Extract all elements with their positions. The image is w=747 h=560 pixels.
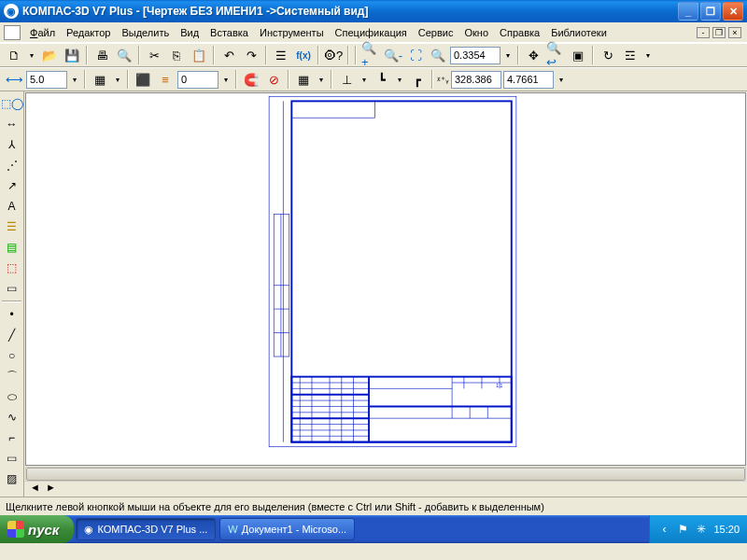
params-tool[interactable]: ▤ (2, 238, 22, 257)
ortho-dropdown[interactable]: ▾ (359, 69, 370, 90)
spline-tool[interactable]: ∿ (2, 408, 22, 427)
spec-tool[interactable]: ☰ (2, 217, 22, 236)
grid-button[interactable]: ▦ (293, 69, 314, 90)
clock[interactable]: 15:20 (713, 524, 740, 535)
minimize-button[interactable]: _ (678, 2, 698, 21)
properties-button[interactable]: ☰ (271, 45, 291, 65)
grid-dropdown[interactable]: ▾ (316, 69, 327, 90)
step-icon[interactable]: ⟷ (4, 69, 24, 90)
fill-tool[interactable]: ▨ (2, 469, 22, 488)
menu-tools[interactable]: Инструменты (254, 25, 330, 40)
preview-button[interactable]: 🔍 (114, 45, 134, 65)
save-button[interactable]: 💾 (62, 45, 82, 65)
layers-button[interactable]: ☲ (620, 45, 641, 65)
close-button[interactable]: ✕ (723, 2, 743, 21)
layer-hatch-icon[interactable]: ≡ (155, 69, 176, 90)
hatch-tool[interactable]: ⋰ (2, 156, 22, 175)
select-tool[interactable]: ▭ (2, 279, 22, 298)
layer-color-icon: ⬛ (133, 69, 153, 90)
snap-enable-button[interactable]: 🧲 (241, 69, 261, 90)
help-cursor-button[interactable]: ⭗? (323, 45, 344, 65)
coord-dropdown[interactable]: ▾ (556, 69, 567, 90)
menu-service[interactable]: Сервис (413, 25, 459, 40)
redo-button[interactable]: ↷ (241, 45, 261, 65)
arc-tool[interactable]: ⌒ (2, 367, 22, 385)
drawing-canvas[interactable]: 1 1 (25, 92, 746, 466)
assoc-tool[interactable]: ⬚ (2, 259, 22, 277)
layers-dropdown[interactable]: ▾ (642, 45, 654, 65)
print-button[interactable]: 🖶 (92, 45, 112, 65)
taskbar-item-word[interactable]: W Документ1 - Microso... (219, 518, 355, 540)
scrollbar-thumb[interactable] (26, 468, 745, 481)
step-input[interactable] (26, 71, 67, 89)
zoom-dropdown[interactable]: ▾ (502, 45, 514, 65)
state-button[interactable]: ▦ (90, 69, 110, 90)
zoom-value-input[interactable] (450, 47, 500, 64)
point-tool[interactable]: • (2, 305, 22, 324)
new-button[interactable]: 🗋 (4, 45, 24, 65)
zoom-in-button[interactable]: 🔍+ (360, 45, 381, 65)
mdi-minimize[interactable]: - (697, 27, 710, 38)
tray-flag-icon[interactable]: ⚑ (676, 523, 689, 536)
open-button[interactable]: 📂 (39, 45, 60, 65)
paste-button[interactable]: 📋 (189, 45, 209, 65)
document-icon[interactable] (4, 25, 21, 40)
ortho-button[interactable]: ⊥ (336, 69, 357, 90)
zoom-fit-button[interactable]: ▣ (568, 45, 588, 65)
edit-tool[interactable]: ↗ (2, 176, 22, 195)
measure-tool[interactable]: A (2, 197, 22, 216)
zoom-prev-button[interactable]: 🔍↩ (545, 45, 566, 65)
menu-window[interactable]: Окно (458, 25, 494, 40)
menu-libs[interactable]: Библиотеки (545, 25, 613, 40)
geometry-tool[interactable]: ⬚◯ (2, 94, 22, 113)
taskbar-item-kompas[interactable]: ◉ КОМПАС-3D V7 Plus ... (76, 518, 216, 540)
scrollbar-track[interactable] (25, 467, 746, 482)
coord-x-input[interactable] (451, 71, 501, 89)
layer-dropdown[interactable]: ▾ (220, 69, 232, 90)
layer-input[interactable] (177, 71, 218, 89)
cut-button[interactable]: ✂ (144, 45, 164, 65)
maximize-button[interactable]: ❐ (700, 2, 721, 21)
zoom-window-button[interactable]: ⛶ (405, 45, 426, 65)
snap-disable-button[interactable]: ⊘ (263, 69, 284, 90)
window-buttons: _ ❐ ✕ (678, 2, 743, 21)
ellipse-tool[interactable]: ⬭ (2, 387, 22, 406)
menu-select[interactable]: Выделить (116, 25, 175, 40)
refresh-button[interactable]: ↻ (598, 45, 618, 65)
menu-view[interactable]: Вид (175, 25, 204, 40)
coord-y-input[interactable] (503, 71, 554, 89)
circle-tool[interactable]: ○ (2, 346, 22, 365)
tray-bug-icon[interactable]: ✳ (695, 523, 708, 536)
start-button[interactable]: пуск (0, 515, 74, 543)
mdi-restore[interactable]: ❐ (712, 27, 726, 38)
chamfer-tool[interactable]: ⌐ (2, 428, 22, 447)
main-area: ⬚◯ ↔ ⅄ ⋰ ↗ A ☰ ▤ ⬚ ▭ • ╱ ○ ⌒ ⬭ ∿ ⌐ ▭ ▨ (0, 91, 747, 497)
pan-button[interactable]: ✥ (523, 45, 543, 65)
rectangle-tool[interactable]: ▭ (2, 449, 22, 468)
step-dropdown[interactable]: ▾ (69, 69, 80, 90)
state-dropdown[interactable]: ▾ (112, 69, 123, 90)
svg-rect-2 (291, 101, 374, 118)
undo-button[interactable]: ↶ (218, 45, 239, 65)
menu-file[interactable]: Файл (24, 25, 61, 40)
menu-spec[interactable]: Спецификация (330, 25, 413, 40)
sheet-next[interactable]: ► (46, 482, 56, 497)
menu-edit[interactable]: Редактор (61, 25, 116, 40)
menu-help[interactable]: Справка (494, 25, 545, 40)
zoom-out-button[interactable]: 🔍- (383, 45, 403, 65)
menu-insert[interactable]: Вставка (204, 25, 254, 40)
new-dropdown[interactable]: ▾ (26, 45, 37, 65)
variables-button[interactable]: f(x) (293, 45, 314, 65)
mdi-close[interactable]: × (728, 27, 741, 38)
local-cs-dropdown[interactable]: ▾ (394, 69, 405, 90)
line-tool[interactable]: ╱ (2, 326, 22, 344)
rounding-button[interactable]: ┏ (407, 69, 428, 90)
tray-collapse-icon[interactable]: ‹ (657, 523, 670, 536)
sheet-prev[interactable]: ◄ (30, 482, 40, 497)
scrollbar-horizontal[interactable] (25, 467, 746, 482)
dimension-tool[interactable]: ↔ (2, 115, 22, 133)
zoom-scale-button[interactable]: 🔍 (428, 45, 448, 65)
local-cs-button[interactable]: ┗ (372, 69, 392, 90)
copy-button[interactable]: ⎘ (166, 45, 187, 65)
annotation-tool[interactable]: ⅄ (2, 135, 22, 154)
